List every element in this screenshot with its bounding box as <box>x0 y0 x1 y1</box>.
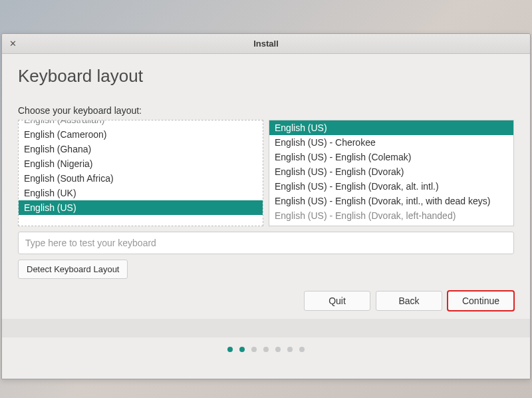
progress-dot <box>239 347 245 352</box>
list-item[interactable]: English (US) - English (Colemak) <box>269 150 513 164</box>
window-title: Install <box>19 39 513 49</box>
progress-dots <box>18 337 514 359</box>
list-item[interactable]: English (US) - English (Dvorak) <box>269 164 513 179</box>
list-item[interactable]: English (US) - English (Dvorak, intl., w… <box>269 194 513 208</box>
list-item[interactable]: English (South Africa) <box>19 171 263 186</box>
keyboard-test-input[interactable] <box>18 232 514 254</box>
list-item[interactable]: English (US) - English (Dvorak, left-han… <box>269 208 513 223</box>
content-area: Keyboard layout Choose your keyboard lay… <box>2 54 530 379</box>
detect-layout-button[interactable]: Detect Keyboard Layout <box>18 260 128 279</box>
list-item[interactable]: English (Ghana) <box>19 142 263 156</box>
list-item[interactable]: English (US) - Cherokee <box>269 135 513 150</box>
close-button[interactable]: ✕ <box>6 37 19 51</box>
layout-lists: English (Australian) English (Cameroon) … <box>18 120 514 226</box>
list-item-selected[interactable]: English (US) <box>19 200 263 215</box>
progress-dot <box>251 347 257 352</box>
list-item-selected[interactable]: English (US) <box>269 120 513 135</box>
progress-dot <box>275 347 281 352</box>
nav-buttons: Quit Back Continue <box>18 291 514 311</box>
back-button[interactable]: Back <box>376 291 442 311</box>
installer-window: ✕ Install Keyboard layout Choose your ke… <box>1 33 531 379</box>
prompt-label: Choose your keyboard layout: <box>18 105 514 116</box>
list-item[interactable]: English (Australian) <box>19 120 263 127</box>
progress-dot <box>263 347 269 352</box>
progress-dot <box>227 347 233 352</box>
progress-dot <box>299 347 305 352</box>
variant-listbox[interactable]: English (US) English (US) - Cherokee Eng… <box>269 120 514 226</box>
progress-dot <box>287 347 293 352</box>
footer-separator <box>2 319 530 337</box>
page-heading: Keyboard layout <box>18 66 514 87</box>
list-item[interactable]: English (Cameroon) <box>19 127 263 142</box>
close-icon: ✕ <box>9 39 17 49</box>
quit-button[interactable]: Quit <box>304 291 370 311</box>
list-item[interactable]: English (UK) <box>19 186 263 200</box>
language-listbox[interactable]: English (Australian) English (Cameroon) … <box>18 120 263 226</box>
continue-button[interactable]: Continue <box>448 291 514 311</box>
titlebar: ✕ Install <box>2 34 530 54</box>
list-item[interactable]: English (US) - English (Dvorak, alt. int… <box>269 179 513 194</box>
list-item[interactable]: English (Nigeria) <box>19 156 263 171</box>
